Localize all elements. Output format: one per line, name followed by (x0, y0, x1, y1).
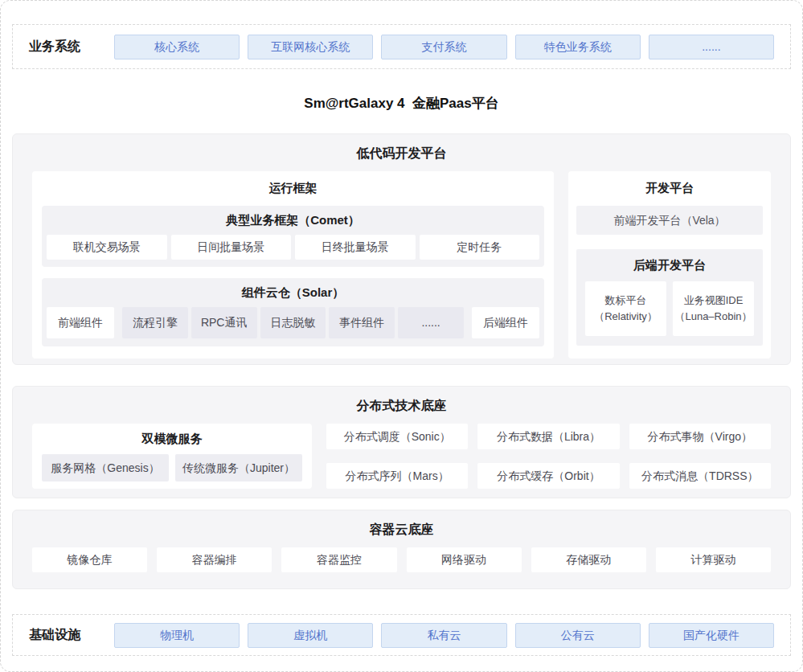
container-base-item: 存储驱动 (531, 547, 646, 572)
container-base-section: 容器云底座 镜像仓库容器编排容器监控网络驱动存储驱动计算驱动 (12, 510, 791, 589)
distributed-cell: 分布式事物（Virgo） (629, 424, 771, 449)
distributed-cell: 分布式消息（TDRSS） (629, 463, 771, 489)
comet-item: 日间批量场景 (171, 235, 292, 260)
infrastructure-button[interactable]: 国产化硬件 (649, 623, 774, 648)
runtime-framework-panel: 运行框架 典型业务框架（Comet） 联机交易场景日间批量场景日终批量场景定时任… (32, 171, 554, 359)
solar-middle-item: 日志脱敏 (260, 307, 326, 338)
distributed-body: 双模微服务 服务网格（Genesis）传统微服务（Jupiter） 分布式调度（… (32, 424, 771, 489)
comet-items: 联机交易场景日间批量场景日终批量场景定时任务 (47, 235, 539, 260)
container-base-item: 容器监控 (281, 547, 396, 572)
business-systems-label: 业务系统 (29, 39, 114, 55)
container-base-items: 镜像仓库容器编排容器监控网络驱动存储驱动计算驱动 (32, 547, 771, 572)
page: 业务系统 核心系统互联网核心系统支付系统特色业务系统...... Sm@rtGa… (0, 0, 803, 672)
infrastructure-button[interactable]: 公有云 (515, 623, 641, 648)
container-base-item: 容器编排 (157, 547, 272, 572)
infrastructure-button[interactable]: 物理机 (114, 623, 240, 648)
comet-item: 定时任务 (420, 235, 540, 260)
frontend-component-item: 前端组件 (47, 307, 114, 338)
business-system-button[interactable]: ...... (649, 35, 774, 59)
solar-middle-item: RPC通讯 (191, 307, 257, 338)
distributed-base-title: 分布式技术底座 (32, 387, 771, 424)
dual-mode-item: 传统微服务（Jupiter） (175, 454, 302, 481)
infrastructure-label: 基础设施 (29, 627, 114, 644)
business-system-button[interactable]: 互联网核心系统 (248, 35, 373, 59)
dual-mode-panel: 双模微服务 服务网格（Genesis）传统微服务（Jupiter） (32, 424, 312, 489)
business-system-button[interactable]: 特色业务系统 (515, 35, 641, 59)
backend-dev-panel: 后端开发平台 数标平台 （Relativity） 业务视图IDE （Luna–R… (576, 249, 763, 346)
infrastructure-button[interactable]: 私有云 (381, 623, 506, 648)
backend-card-relativity-name: 数标平台 (585, 293, 666, 309)
distributed-cell: 分布式缓存（Orbit） (477, 463, 619, 489)
container-base-item: 网络驱动 (407, 547, 522, 572)
infrastructure-button[interactable]: 虚拟机 (248, 623, 373, 648)
business-systems-buttons: 核心系统互联网核心系统支付系统特色业务系统...... (114, 35, 774, 59)
backend-card-relativity: 数标平台 （Relativity） (585, 281, 666, 336)
dev-platform-title: 开发平台 (576, 171, 763, 206)
distributed-cell: 分布式序列（Mars） (326, 463, 468, 489)
comet-title: 典型业务框架（Comet） (47, 206, 539, 235)
dual-mode-item: 服务网格（Genesis） (42, 454, 169, 481)
distributed-grid: 分布式调度（Sonic）分布式数据（Libra）分布式事物（Virgo）分布式序… (326, 424, 771, 489)
comet-panel: 典型业务框架（Comet） 联机交易场景日间批量场景日终批量场景定时任务 (42, 206, 544, 267)
runtime-framework-title: 运行框架 (42, 171, 544, 206)
dual-mode-items: 服务网格（Genesis）传统微服务（Jupiter） (42, 454, 302, 481)
solar-middle-item: ...... (398, 307, 464, 338)
dev-platform-panel: 开发平台 前端开发平台（Vela） 后端开发平台 数标平台 （Relativit… (568, 171, 771, 359)
infrastructure-buttons: 物理机虚拟机私有云公有云国产化硬件 (114, 623, 774, 648)
distributed-base-section: 分布式技术底座 双模微服务 服务网格（Genesis）传统微服务（Jupiter… (12, 386, 791, 498)
vela-frontend-box: 前端开发平台（Vela） (576, 206, 763, 235)
container-base-item: 计算驱动 (656, 547, 771, 572)
backend-card-luna-robin: 业务视图IDE （Luna–Robin） (673, 281, 754, 336)
backend-dev-title: 后端开发平台 (585, 249, 754, 281)
container-base-title: 容器云底座 (32, 510, 771, 547)
solar-middle-item: 流程引擎 (122, 307, 188, 338)
solar-middle-items: 流程引擎RPC通讯日志脱敏事件组件...... (122, 307, 464, 338)
comet-item: 联机交易场景 (47, 235, 167, 260)
business-systems-row: 业务系统 核心系统互联网核心系统支付系统特色业务系统...... (12, 24, 791, 69)
backend-component-item: 后端组件 (472, 307, 539, 338)
backend-card-relativity-code: （Relativity） (585, 309, 666, 325)
distributed-cell: 分布式数据（Libra） (477, 424, 619, 449)
solar-title: 组件云仓（Solar） (47, 278, 539, 307)
dual-mode-title: 双模微服务 (42, 424, 302, 454)
solar-middle-item: 事件组件 (329, 307, 395, 338)
business-system-button[interactable]: 支付系统 (381, 35, 506, 59)
container-base-item: 镜像仓库 (32, 547, 147, 572)
lowcode-body: 运行框架 典型业务框架（Comet） 联机交易场景日间批量场景日终批量场景定时任… (32, 171, 771, 359)
comet-item: 日终批量场景 (295, 235, 416, 260)
solar-items: 前端组件 流程引擎RPC通讯日志脱敏事件组件...... 后端组件 (47, 307, 539, 338)
infrastructure-row: 基础设施 物理机虚拟机私有云公有云国产化硬件 (12, 614, 791, 656)
backend-cards: 数标平台 （Relativity） 业务视图IDE （Luna–Robin） (585, 281, 754, 336)
distributed-cell: 分布式调度（Sonic） (326, 424, 468, 449)
solar-panel: 组件云仓（Solar） 前端组件 流程引擎RPC通讯日志脱敏事件组件......… (42, 278, 544, 346)
backend-card-luna-robin-name: 业务视图IDE (673, 293, 754, 309)
business-system-button[interactable]: 核心系统 (114, 35, 240, 59)
lowcode-section: 低代码开发平台 运行框架 典型业务框架（Comet） 联机交易场景日间批量场景日… (12, 133, 791, 365)
lowcode-title: 低代码开发平台 (32, 134, 771, 171)
backend-card-luna-robin-code: （Luna–Robin） (673, 309, 754, 325)
page-title: Sm@rtGalaxy 4 金融Paas平台 (12, 94, 791, 113)
